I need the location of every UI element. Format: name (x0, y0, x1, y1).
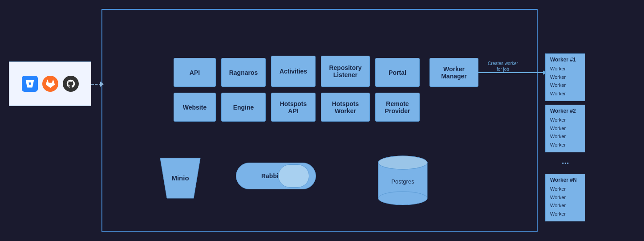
worker-group-2-items: WorkerWorkerWorkerWorker (550, 116, 580, 149)
worker-group-1-items: WorkerWorkerWorkerWorker (550, 65, 580, 98)
service-portal: Portal (375, 58, 420, 87)
service-api: API (174, 58, 216, 87)
service-remote-provider: Remote Provider (375, 93, 420, 122)
rabbitmq-inner-pill (278, 164, 309, 188)
minio-shape: Minio (151, 154, 209, 203)
canvas: API Ragnaros Activities Repository Liste… (0, 0, 644, 241)
service-repository-listener: Repository Listener (321, 56, 370, 87)
worker-group-n: Worker #N WorkerWorkerWorkerWorker (545, 174, 585, 221)
service-hotspots-worker: Hotspots Worker (321, 93, 370, 122)
worker-group-1-title: Worker #1 (550, 57, 580, 63)
svg-text:Minio: Minio (171, 174, 189, 182)
worker-group-2: Worker #2 WorkerWorkerWorkerWorker (545, 105, 585, 152)
worker-group-1: Worker #1 WorkerWorkerWorkerWorker (545, 53, 585, 101)
worker-group-n-items: WorkerWorkerWorkerWorker (550, 185, 580, 218)
worker-group-2-title: Worker #2 (550, 108, 580, 114)
arrow-line (478, 72, 543, 73)
source-icons-box (9, 61, 91, 106)
service-engine: Engine (221, 93, 266, 122)
arrow-label: Creates worker for job (485, 61, 521, 72)
dashed-connector-arrowhead (100, 82, 104, 87)
svg-point-5 (378, 156, 427, 169)
worker-group-n-title: Worker #N (550, 177, 580, 183)
svg-text:Postgres: Postgres (391, 178, 414, 185)
github-icon (63, 76, 79, 92)
workers-dots: ... (562, 156, 569, 166)
service-ragnaros: Ragnaros (221, 58, 266, 87)
service-hotspots-api: Hotspots API (271, 93, 316, 122)
service-website: Website (174, 93, 216, 122)
service-worker-manager: Worker Manager (429, 58, 478, 87)
svg-point-4 (378, 192, 427, 205)
gitlab-icon (42, 76, 58, 92)
postgres-shape: Postgres (374, 151, 432, 205)
service-activities: Activities (271, 56, 316, 87)
bitbucket-icon (22, 76, 38, 92)
